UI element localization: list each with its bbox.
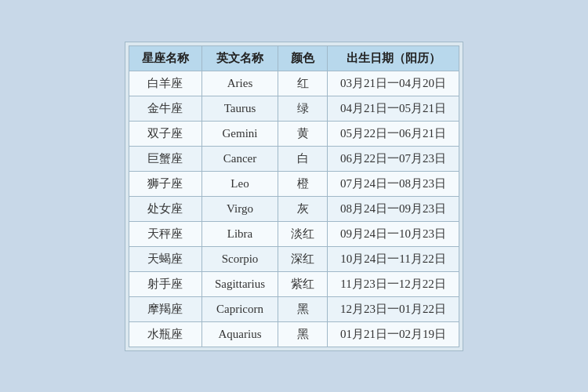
table-cell: 白	[278, 146, 328, 171]
table-cell: 水瓶座	[129, 321, 201, 347]
table-cell: 紫红	[278, 271, 328, 296]
table-cell: Scorpio	[201, 246, 278, 271]
table-cell: Aries	[201, 71, 278, 96]
table-cell: 07月24日一08月23日	[328, 171, 459, 196]
table-header-cell: 出生日期（阳历）	[328, 45, 459, 71]
table-row: 处女座Virgo灰08月24日一09月23日	[129, 196, 459, 221]
table-row: 巨蟹座Cancer白06月22日一07月23日	[129, 146, 459, 171]
table-cell: 橙	[278, 171, 328, 196]
table-row: 射手座Sagittarius紫红11月23日一12月22日	[129, 271, 459, 296]
table-cell: 05月22日一06月21日	[328, 121, 459, 146]
table-header-cell: 星座名称	[129, 45, 201, 71]
table-cell: Libra	[201, 221, 278, 246]
table-cell: 12月23日一01月22日	[328, 296, 459, 321]
table-cell: 11月23日一12月22日	[328, 271, 459, 296]
table-cell: 摩羯座	[129, 296, 201, 321]
table-cell: 09月24日一10月23日	[328, 221, 459, 246]
table-row: 双子座Gemini黄05月22日一06月21日	[129, 121, 459, 146]
table-row: 天蝎座Scorpio深红10月24日一11月22日	[129, 246, 459, 271]
table-cell: 处女座	[129, 196, 201, 221]
table-row: 水瓶座Aquarius黑01月21日一02月19日	[129, 321, 459, 347]
table-cell: 狮子座	[129, 171, 201, 196]
table-row: 白羊座Aries红03月21日一04月20日	[129, 71, 459, 96]
table-cell: 天秤座	[129, 221, 201, 246]
table-cell: 射手座	[129, 271, 201, 296]
table-row: 狮子座Leo橙07月24日一08月23日	[129, 171, 459, 196]
table-cell: 黑	[278, 321, 328, 347]
table-cell: Capricorn	[201, 296, 278, 321]
table-cell: 白羊座	[129, 71, 201, 96]
table-cell: 金牛座	[129, 96, 201, 121]
table-cell: 深红	[278, 246, 328, 271]
table-body: 白羊座Aries红03月21日一04月20日金牛座Taurus绿04月21日一0…	[129, 71, 459, 347]
table-header-cell: 英文名称	[201, 45, 278, 71]
table-header-cell: 颜色	[278, 45, 328, 71]
table-cell: Gemini	[201, 121, 278, 146]
zodiac-table: 星座名称英文名称颜色出生日期（阳历） 白羊座Aries红03月21日一04月20…	[129, 45, 459, 347]
table-row: 金牛座Taurus绿04月21日一05月21日	[129, 96, 459, 121]
table-cell: 红	[278, 71, 328, 96]
table-cell: 天蝎座	[129, 246, 201, 271]
table-cell: 03月21日一04月20日	[328, 71, 459, 96]
table-cell: 01月21日一02月19日	[328, 321, 459, 347]
table-cell: 08月24日一09月23日	[328, 196, 459, 221]
table-cell: 灰	[278, 196, 328, 221]
table-cell: Taurus	[201, 96, 278, 121]
table-cell: Sagittarius	[201, 271, 278, 296]
table-cell: 绿	[278, 96, 328, 121]
table-cell: Cancer	[201, 146, 278, 171]
table-header-row: 星座名称英文名称颜色出生日期（阳历）	[129, 45, 459, 71]
table-cell: 10月24日一11月22日	[328, 246, 459, 271]
table-cell: 淡红	[278, 221, 328, 246]
table-cell: 04月21日一05月21日	[328, 96, 459, 121]
table-cell: 黄	[278, 121, 328, 146]
table-cell: Virgo	[201, 196, 278, 221]
table-cell: Leo	[201, 171, 278, 196]
table-cell: 双子座	[129, 121, 201, 146]
table-row: 天秤座Libra淡红09月24日一10月23日	[129, 221, 459, 246]
table-cell: 06月22日一07月23日	[328, 146, 459, 171]
table-cell: Aquarius	[201, 321, 278, 347]
table-cell: 巨蟹座	[129, 146, 201, 171]
table-cell: 黑	[278, 296, 328, 321]
table-row: 摩羯座Capricorn黑12月23日一01月22日	[129, 296, 459, 321]
zodiac-table-container: 星座名称英文名称颜色出生日期（阳历） 白羊座Aries红03月21日一04月20…	[125, 42, 463, 351]
